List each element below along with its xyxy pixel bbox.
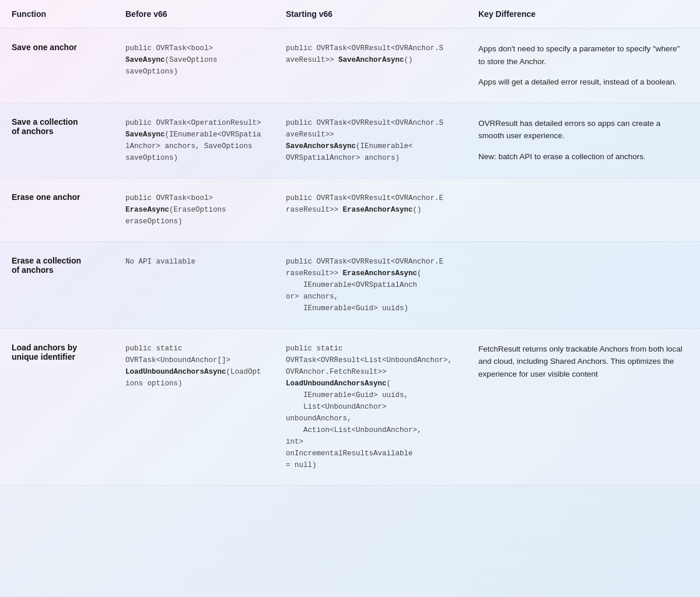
function-name: Erase a collection of anchors — [12, 256, 81, 275]
key-diff-text: Apps don't need to specify a parameter t… — [478, 43, 688, 89]
function-cell: Erase a collection of anchors — [0, 241, 114, 328]
before-cell: public OVRTask<OperationResult> SaveAsyn… — [114, 103, 274, 178]
before-cell: No API available — [114, 241, 274, 328]
table-row: Load anchors by unique identifierpublic … — [0, 328, 700, 485]
diff-cell: Apps don't need to specify a parameter t… — [467, 29, 700, 103]
starting-cell: public OVRTask<OVRResult<OVRAnchor.E ras… — [274, 241, 467, 328]
starting-code: public OVRTask<OVRResult<OVRAnchor.S ave… — [286, 119, 443, 162]
header-function: Function — [0, 0, 114, 29]
starting-code: public static OVRTask<OVRResult<List<Unb… — [286, 345, 452, 469]
table-header-row: Function Before v66 Starting v66 Key Dif… — [0, 0, 700, 29]
comparison-table: Function Before v66 Starting v66 Key Dif… — [0, 0, 700, 486]
main-table-wrapper: Function Before v66 Starting v66 Key Dif… — [0, 0, 700, 597]
before-cell: public OVRTask<bool> EraseAsync(EraseOpt… — [114, 178, 274, 241]
header-diff: Key Difference — [467, 0, 700, 29]
table-row: Save one anchorpublic OVRTask<bool> Save… — [0, 29, 700, 103]
before-code: public OVRTask<bool> SaveAsync(SaveOptio… — [125, 44, 222, 76]
function-cell: Save a collection of anchors — [0, 103, 114, 178]
diff-cell: OVRResult has detailed errors so apps ca… — [467, 103, 700, 178]
starting-cell: public static OVRTask<OVRResult<List<Unb… — [274, 328, 467, 485]
table-row: Erase a collection of anchorsNo API avai… — [0, 241, 700, 328]
function-cell: Load anchors by unique identifier — [0, 328, 114, 485]
table-row: Save a collection of anchorspublic OVRTa… — [0, 103, 700, 178]
starting-code: public OVRTask<OVRResult<OVRAnchor.E ras… — [286, 258, 443, 312]
function-cell: Save one anchor — [0, 29, 114, 103]
before-code: No API available — [125, 258, 195, 266]
diff-cell: FetchResult returns only trackable Ancho… — [467, 328, 700, 485]
diff-cell — [467, 178, 700, 241]
before-code: public OVRTask<OperationResult> SaveAsyn… — [125, 119, 261, 162]
diff-cell — [467, 241, 700, 328]
function-name: Load anchors by unique identifier — [12, 343, 77, 361]
before-code: public OVRTask<bool> EraseAsync(EraseOpt… — [125, 194, 230, 226]
before-code: public static OVRTask<UnboundAnchor[]> L… — [125, 345, 261, 388]
key-diff-text: OVRResult has detailed errors so apps ca… — [478, 117, 688, 163]
starting-cell: public OVRTask<OVRResult<OVRAnchor.S ave… — [274, 103, 467, 178]
function-cell: Erase one anchor — [0, 178, 114, 241]
function-name: Erase one anchor — [12, 192, 80, 202]
before-cell: public static OVRTask<UnboundAnchor[]> L… — [114, 328, 274, 485]
function-name: Save one anchor — [12, 43, 77, 52]
starting-code: public OVRTask<OVRResult<OVRAnchor.S ave… — [286, 44, 443, 64]
starting-cell: public OVRTask<OVRResult<OVRAnchor.S ave… — [274, 29, 467, 103]
header-before: Before v66 — [114, 0, 274, 29]
header-starting: Starting v66 — [274, 0, 467, 29]
key-diff-text: FetchResult returns only trackable Ancho… — [478, 343, 688, 381]
starting-code: public OVRTask<OVRResult<OVRAnchor.E ras… — [286, 194, 443, 214]
table-row: Erase one anchorpublic OVRTask<bool> Era… — [0, 178, 700, 241]
function-name: Save a collection of anchors — [12, 117, 78, 136]
starting-cell: public OVRTask<OVRResult<OVRAnchor.E ras… — [274, 178, 467, 241]
before-cell: public OVRTask<bool> SaveAsync(SaveOptio… — [114, 29, 274, 103]
